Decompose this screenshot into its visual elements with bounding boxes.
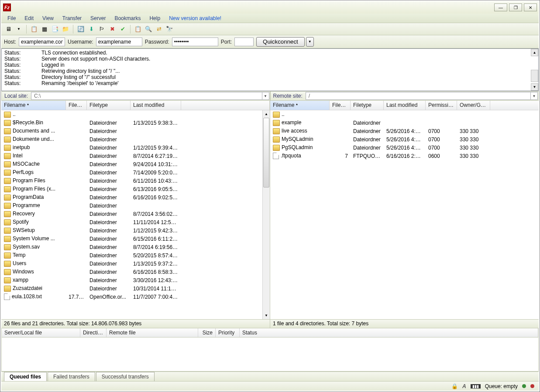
maximize-button[interactable]: ❐ bbox=[509, 3, 522, 11]
log-scroll-down-icon[interactable]: ▼ bbox=[531, 83, 538, 91]
list-item[interactable]: Program FilesDateiordner6/11/2016 10:43:… bbox=[1, 177, 270, 185]
list-item[interactable]: exampleDateiordner bbox=[270, 119, 539, 127]
list-item[interactable]: $Recycle.BinDateiordner1/13/2015 9:38:33… bbox=[1, 119, 270, 127]
local-col-filetype[interactable]: Filetype bbox=[87, 101, 131, 110]
list-item[interactable]: Dokumente und...Dateiordner bbox=[1, 135, 270, 143]
list-item[interactable]: WindowsDateiordner6/16/2016 8:58:35 ... bbox=[1, 268, 270, 276]
message-log[interactable]: Status:TLS connection established.Status… bbox=[1, 48, 539, 91]
queue-col-status[interactable]: Status bbox=[240, 328, 538, 337]
list-item[interactable]: RecoveryDateiordner8/7/2014 3:56:02 PM bbox=[1, 210, 270, 218]
queue-col-size[interactable]: Size bbox=[198, 328, 216, 337]
list-item[interactable]: SpotifyDateiordner11/11/2014 12:52:1... bbox=[1, 218, 270, 226]
list-item[interactable]: TempDateiordner5/20/2015 8:57:42 ... bbox=[1, 251, 270, 259]
list-item[interactable]: .. bbox=[270, 110, 539, 119]
list-item[interactable]: Program Files (x...Dateiordner6/13/2016 … bbox=[1, 185, 270, 193]
toggle-tree-icon[interactable]: ▦ bbox=[40, 25, 49, 34]
list-item[interactable]: MySQLadminDateiordner5/26/2016 4:43:...0… bbox=[270, 135, 539, 143]
list-item[interactable]: ProgrammeDateiordner bbox=[1, 201, 270, 210]
tab-failed-transfers[interactable]: Failed transfers bbox=[48, 372, 95, 381]
tab-successful-transfers[interactable]: Successful transfers bbox=[96, 372, 155, 381]
list-item[interactable]: .ftpquota7FTPQUOT...6/16/2016 2:49:...06… bbox=[270, 152, 539, 160]
toggle-queue-icon[interactable]: 📑 bbox=[51, 25, 59, 34]
list-item[interactable]: xamppDateiordner3/30/2016 12:43:44:... bbox=[1, 276, 270, 284]
local-path-dropdown-icon[interactable]: ▼ bbox=[262, 92, 269, 99]
menu-help[interactable]: Help bbox=[146, 14, 164, 22]
local-col-modified[interactable]: Last modified bbox=[131, 101, 181, 110]
log-scroll-thumb[interactable] bbox=[531, 70, 538, 82]
tab-queued-files[interactable]: Queued files bbox=[4, 372, 47, 381]
list-item[interactable]: PgSQLadminDateiordner5/26/2016 4:43:...0… bbox=[270, 143, 539, 152]
local-col-filename[interactable]: Filename ▴ bbox=[1, 101, 66, 110]
list-item[interactable]: .. bbox=[1, 110, 270, 119]
queue-col-direction[interactable]: Direction bbox=[80, 328, 107, 337]
menu-edit[interactable]: Edit bbox=[21, 14, 37, 22]
list-item[interactable]: inetpubDateiordner1/12/2015 9:39:43 ... bbox=[1, 143, 270, 152]
menu-server[interactable]: Server bbox=[87, 14, 109, 22]
local-scrollbar[interactable]: ▲ ▼ bbox=[262, 110, 270, 319]
list-item[interactable]: ProgramDataDateiordner6/16/2016 9:02:56 … bbox=[1, 193, 270, 201]
remote-col-permissions[interactable]: Permissions bbox=[426, 101, 457, 110]
remote-col-filetype[interactable]: Filetype bbox=[351, 101, 384, 110]
list-item[interactable]: live accessDateiordner5/26/2016 4:43:...… bbox=[270, 127, 539, 135]
queue-col-server[interactable]: Server/Local file bbox=[2, 328, 80, 337]
list-item[interactable]: System.savDateiordner8/7/2014 6:19:56 PM bbox=[1, 243, 270, 251]
remote-file-list[interactable]: ..exampleDateiordnerlive accessDateiordn… bbox=[270, 110, 539, 319]
binoculars-icon[interactable]: 🔭 bbox=[165, 25, 174, 34]
username-input[interactable] bbox=[96, 37, 142, 46]
list-item[interactable]: ZuzsatzdateiDateiordner10/31/2014 11:15:… bbox=[1, 284, 270, 293]
menu-view[interactable]: View bbox=[39, 14, 57, 22]
compare-icon[interactable]: ⇄ bbox=[155, 25, 163, 34]
scroll-down-icon[interactable]: ▼ bbox=[263, 312, 270, 319]
scroll-up-icon[interactable]: ▲ bbox=[263, 110, 270, 118]
site-manager-button[interactable]: 🖥 bbox=[4, 25, 13, 34]
queue-body[interactable] bbox=[1, 337, 539, 372]
sync-browse-icon[interactable]: 🔄 bbox=[76, 25, 85, 34]
remote-col-modified[interactable]: Last modified bbox=[384, 101, 426, 110]
menu-transfer[interactable]: Transfer bbox=[59, 14, 85, 22]
titlebar[interactable]: Fz — ❐ ✕ bbox=[1, 1, 539, 14]
transfer-mode-icon[interactable]: ▮▮▮ bbox=[471, 384, 481, 389]
filter-icon[interactable]: 📋 bbox=[134, 25, 142, 34]
close-button[interactable]: ✕ bbox=[524, 3, 537, 11]
activity-led-idle bbox=[522, 384, 526, 388]
local-site-path[interactable]: C:\▼ bbox=[31, 92, 269, 100]
upload-icon[interactable]: 🏳 bbox=[97, 25, 106, 34]
list-item[interactable]: PerfLogsDateiordner7/14/2009 5:20:08 ... bbox=[1, 168, 270, 177]
disconnect-icon[interactable]: ✔ bbox=[118, 25, 127, 34]
menu-file[interactable]: File bbox=[4, 14, 19, 22]
remote-path-dropdown-icon[interactable]: ▼ bbox=[530, 92, 537, 99]
list-item[interactable]: Documents and ...Dateiordner bbox=[1, 127, 270, 135]
speed-limit-icon[interactable]: A bbox=[462, 383, 466, 389]
list-item[interactable]: System Volume ...Dateiordner6/15/2016 6:… bbox=[1, 235, 270, 243]
remote-col-filename[interactable]: Filename ▴ bbox=[270, 101, 330, 110]
download-icon[interactable]: ⬇ bbox=[87, 25, 96, 34]
port-input[interactable] bbox=[234, 37, 254, 46]
quickconnect-history-dropdown[interactable]: ▼ bbox=[306, 37, 314, 47]
list-item[interactable]: SWSetupDateiordner1/12/2015 9:42:34 ... bbox=[1, 226, 270, 235]
cancel-icon[interactable]: ✖ bbox=[108, 25, 117, 34]
quickconnect-button[interactable]: Quickconnect bbox=[256, 37, 305, 47]
scroll-thumb[interactable] bbox=[263, 118, 269, 187]
search-icon[interactable]: 🔍 bbox=[144, 25, 153, 34]
refresh-icon[interactable]: 📁 bbox=[61, 25, 70, 34]
local-file-list[interactable]: ..$Recycle.BinDateiordner1/13/2015 9:38:… bbox=[1, 110, 270, 319]
menu-bookmarks[interactable]: Bookmarks bbox=[111, 14, 144, 22]
minimize-button[interactable]: — bbox=[494, 3, 507, 11]
site-dropdown-icon[interactable]: ▼ bbox=[14, 25, 23, 34]
list-item[interactable]: eula.1028.txt17.734OpenOffice.or...11/7/… bbox=[1, 293, 270, 301]
local-col-filesize[interactable]: Filesize bbox=[66, 101, 87, 110]
remote-col-filesize[interactable]: Filesize bbox=[330, 101, 351, 110]
log-scroll-up-icon[interactable]: ▲ bbox=[531, 49, 538, 56]
password-input[interactable] bbox=[172, 37, 218, 46]
list-item[interactable]: UsersDateiordner1/13/2015 9:37:25 ... bbox=[1, 259, 270, 268]
lock-icon[interactable]: 🔒 bbox=[451, 383, 458, 389]
toggle-log-icon[interactable]: 📋 bbox=[30, 25, 38, 34]
menu-new-version[interactable]: New version available! bbox=[165, 14, 225, 22]
host-input[interactable] bbox=[19, 37, 65, 46]
remote-site-path[interactable]: /▼ bbox=[306, 92, 538, 100]
remote-col-owner[interactable]: Owner/Gro... bbox=[457, 101, 490, 110]
queue-col-priority[interactable]: Priority bbox=[216, 328, 240, 337]
list-item[interactable]: IntelDateiordner8/7/2014 6:27:19 PM bbox=[1, 152, 270, 160]
queue-col-remote[interactable]: Remote file bbox=[107, 328, 198, 337]
list-item[interactable]: MSOCacheDateiordner9/24/2014 10:31:48:..… bbox=[1, 160, 270, 168]
